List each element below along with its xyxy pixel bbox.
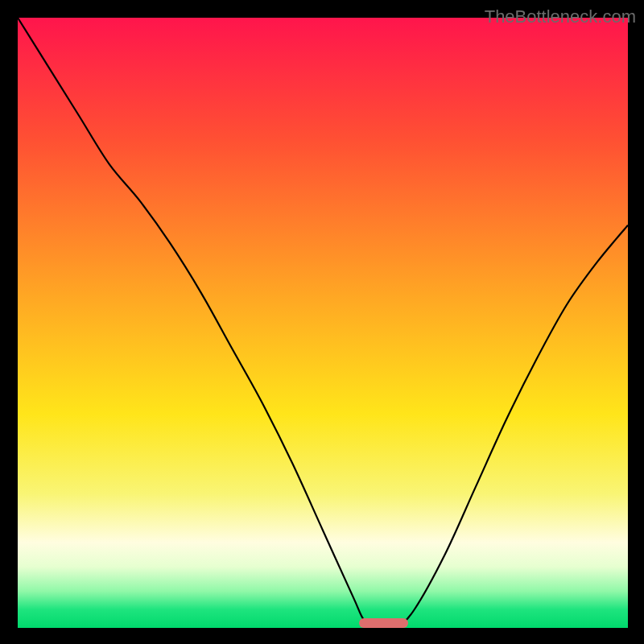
optimal-marker <box>359 618 408 628</box>
plot-area <box>18 18 628 628</box>
watermark-text: TheBottleneck.com <box>485 6 636 27</box>
bottleneck-curve <box>18 18 628 628</box>
